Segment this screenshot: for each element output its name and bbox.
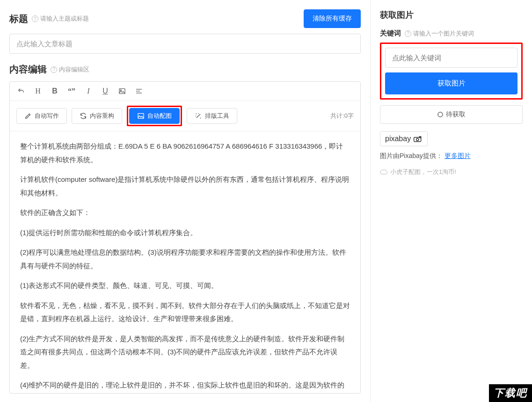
more-images-link[interactable]: 更多图片 bbox=[445, 152, 471, 159]
svg-point-1 bbox=[120, 90, 121, 91]
undo-icon[interactable] bbox=[16, 86, 26, 96]
keyword-label: 关键词 bbox=[380, 29, 401, 38]
auto-image-highlight: 自动配图 bbox=[127, 106, 182, 126]
keyword-hint: 请输入一个图片关键词 bbox=[413, 29, 474, 38]
tip-line: 小虎子配图，一次1淘币! bbox=[380, 168, 523, 176]
auto-write-label: 自动写作 bbox=[35, 112, 59, 120]
restructure-button[interactable]: 内容重构 bbox=[72, 108, 122, 124]
keyword-hint-wrap: ? 请输入一个图片关键词 bbox=[405, 29, 474, 38]
title-header: 标题 ? 请输入主题或标题 清除所有缓存 bbox=[9, 9, 361, 28]
word-count: 共计:0字 bbox=[330, 112, 354, 120]
cloud-icon bbox=[380, 170, 387, 174]
title-hint: 请输入主题或标题 bbox=[40, 14, 89, 23]
content-paragraph: (1)提供运行时所需功能和性能的命令或计算机程序集合。 bbox=[20, 226, 350, 240]
pixabay-logo: pixabay bbox=[380, 131, 428, 146]
restructure-label: 内容重构 bbox=[90, 112, 114, 120]
pencil-icon bbox=[24, 112, 32, 120]
editor-label: 内容编辑 bbox=[9, 63, 47, 76]
content-paragraph: 整个计算机系统由两部分组成：E.69DA 5 E 6 BA 9062616964… bbox=[20, 140, 350, 166]
content-editor[interactable]: 整个计算机系统由两部分组成：E.69DA 5 E 6 BA 9062616964… bbox=[10, 131, 360, 393]
help-icon: ? bbox=[405, 30, 411, 37]
status-button[interactable]: 待获取 bbox=[380, 105, 523, 124]
title-section-label: 标题 ? 请输入主题或标题 bbox=[9, 13, 89, 25]
editor-section-label: 内容编辑 ? 内容编辑区 bbox=[9, 63, 361, 76]
credits-line: 图片由Pixabay提供： 更多图片 bbox=[380, 152, 523, 160]
bold-icon[interactable]: B bbox=[50, 86, 59, 96]
editor-box: H B “” I U 自动写作 内容重构 bbox=[9, 81, 361, 394]
pixabay-text: pixabay bbox=[385, 135, 411, 143]
title-input[interactable] bbox=[9, 34, 361, 54]
auto-write-button[interactable]: 自动写作 bbox=[16, 108, 67, 124]
svg-point-7 bbox=[416, 138, 418, 141]
action-toolbar: 自动写作 内容重构 自动配图 排版工具 共计:0字 bbox=[10, 101, 360, 131]
quote-icon[interactable]: “” bbox=[67, 86, 76, 96]
keyword-label-wrap: 关键词 ? 请输入一个图片关键词 bbox=[380, 29, 523, 38]
auto-image-button[interactable]: 自动配图 bbox=[129, 108, 180, 124]
clear-cache-button[interactable]: 清除所有缓存 bbox=[304, 9, 361, 28]
fetch-image-button[interactable]: 获取图片 bbox=[385, 72, 517, 94]
tip-text: 小虎子配图，一次1淘币! bbox=[390, 168, 456, 176]
underline-icon[interactable]: U bbox=[101, 86, 110, 96]
keyword-input[interactable] bbox=[385, 48, 517, 68]
layout-tool-label: 排版工具 bbox=[205, 112, 229, 120]
keyword-highlight: 获取图片 bbox=[380, 43, 523, 100]
content-paragraph: (2)生产方式不同的软件是开发，是人类智能的高发挥，而不是传统意义上的硬件制造。… bbox=[20, 332, 350, 373]
credits-prefix: 图片由Pixabay提供： bbox=[380, 152, 443, 159]
refresh-icon bbox=[80, 112, 87, 120]
align-icon[interactable] bbox=[134, 86, 144, 96]
heading-icon[interactable]: H bbox=[33, 86, 43, 96]
auto-image-label: 自动配图 bbox=[147, 112, 172, 120]
italic-icon[interactable]: I bbox=[84, 86, 93, 96]
layout-tool-button[interactable]: 排版工具 bbox=[187, 108, 237, 124]
wand-icon bbox=[195, 112, 202, 120]
watermark: 下载吧 bbox=[489, 384, 532, 402]
title-label: 标题 bbox=[9, 13, 28, 25]
content-paragraph: (4)维护不同的硬件是旧的，理论上软件是旧的，并不坏，但实际上软件也是旧的和坏的… bbox=[20, 379, 350, 393]
editor-hint-wrap: ? 内容编辑区 bbox=[51, 65, 89, 74]
status-label: 待获取 bbox=[446, 110, 466, 119]
editor-hint: 内容编辑区 bbox=[59, 65, 89, 74]
title-hint-wrap: ? 请输入主题或标题 bbox=[32, 14, 89, 23]
image-icon[interactable] bbox=[117, 86, 127, 96]
content-paragraph: 软件看不见，无色，枯燥，看不见，摸不到，闻不到。软件大部分存在于人们的头脑或纸上… bbox=[20, 299, 350, 326]
content-paragraph: 软件的正确含义如下： bbox=[20, 206, 350, 220]
picture-icon bbox=[137, 112, 145, 120]
content-paragraph: (2)程序可以满意地处理信息的数据结构。(3)说明程序功能要求和程序需要的文档的… bbox=[20, 246, 350, 273]
help-icon: ? bbox=[32, 15, 38, 22]
help-icon: ? bbox=[51, 66, 57, 73]
content-paragraph: (1)表达形式不同的硬件类型、颜色、味道、可见、可摸、可闻。 bbox=[20, 279, 350, 293]
format-toolbar: H B “” I U bbox=[10, 82, 360, 101]
sidebar-title: 获取图片 bbox=[380, 9, 523, 21]
content-paragraph: 计算机软件(computer software)是指计算机系统中除硬件以外的所有… bbox=[20, 173, 350, 200]
circle-icon bbox=[437, 112, 443, 117]
camera-icon bbox=[413, 136, 423, 143]
